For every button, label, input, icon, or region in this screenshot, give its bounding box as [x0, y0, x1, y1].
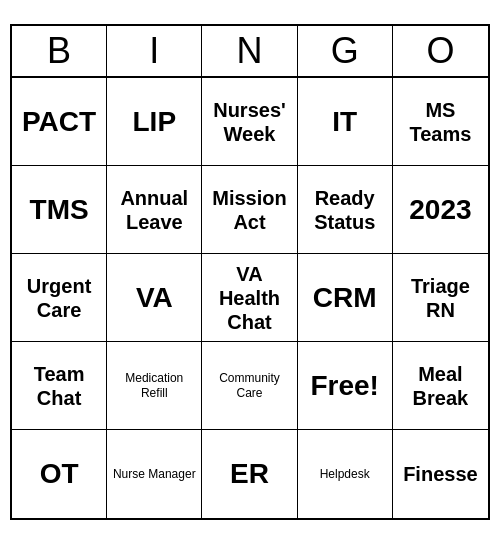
cell-text-0: PACT	[22, 105, 96, 139]
cell-text-19: Meal Break	[397, 362, 484, 410]
cell-text-24: Finesse	[403, 462, 477, 486]
bingo-cell-11[interactable]: VA	[107, 254, 202, 342]
header-letter-o: O	[393, 26, 488, 76]
bingo-cell-18[interactable]: Free!	[298, 342, 393, 430]
cell-text-8: Ready Status	[302, 186, 388, 234]
cell-text-1: LIP	[133, 105, 177, 139]
cell-text-14: Triage RN	[397, 274, 484, 322]
bingo-cell-20[interactable]: OT	[12, 430, 107, 518]
cell-text-7: Mission Act	[206, 186, 292, 234]
bingo-cell-9[interactable]: 2023	[393, 166, 488, 254]
header-letter-g: G	[298, 26, 393, 76]
bingo-cell-0[interactable]: PACT	[12, 78, 107, 166]
bingo-cell-21[interactable]: Nurse Manager	[107, 430, 202, 518]
bingo-cell-12[interactable]: VA Health Chat	[202, 254, 297, 342]
bingo-cell-5[interactable]: TMS	[12, 166, 107, 254]
bingo-cell-23[interactable]: Helpdesk	[298, 430, 393, 518]
bingo-cell-8[interactable]: Ready Status	[298, 166, 393, 254]
bingo-cell-16[interactable]: Medication Refill	[107, 342, 202, 430]
cell-text-13: CRM	[313, 281, 377, 315]
cell-text-3: IT	[332, 105, 357, 139]
cell-text-12: VA Health Chat	[206, 262, 292, 334]
bingo-cell-4[interactable]: MS Teams	[393, 78, 488, 166]
cell-text-15: Team Chat	[16, 362, 102, 410]
cell-text-21: Nurse Manager	[113, 467, 196, 481]
cell-text-16: Medication Refill	[111, 371, 197, 400]
cell-text-18: Free!	[310, 369, 378, 403]
bingo-cell-17[interactable]: Community Care	[202, 342, 297, 430]
bingo-header: BINGO	[12, 26, 488, 78]
bingo-cell-15[interactable]: Team Chat	[12, 342, 107, 430]
bingo-cell-14[interactable]: Triage RN	[393, 254, 488, 342]
bingo-cell-7[interactable]: Mission Act	[202, 166, 297, 254]
cell-text-5: TMS	[30, 193, 89, 227]
cell-text-9: 2023	[409, 193, 471, 227]
cell-text-11: VA	[136, 281, 173, 315]
bingo-cell-22[interactable]: ER	[202, 430, 297, 518]
bingo-cell-6[interactable]: Annual Leave	[107, 166, 202, 254]
header-letter-n: N	[202, 26, 297, 76]
cell-text-4: MS Teams	[397, 98, 484, 146]
bingo-cell-1[interactable]: LIP	[107, 78, 202, 166]
bingo-cell-24[interactable]: Finesse	[393, 430, 488, 518]
cell-text-20: OT	[40, 457, 79, 491]
bingo-cell-3[interactable]: IT	[298, 78, 393, 166]
cell-text-17: Community Care	[206, 371, 292, 400]
header-letter-i: I	[107, 26, 202, 76]
cell-text-10: Urgent Care	[16, 274, 102, 322]
cell-text-23: Helpdesk	[320, 467, 370, 481]
bingo-card: BINGO PACTLIPNurses' WeekITMS TeamsTMSAn…	[10, 24, 490, 520]
cell-text-22: ER	[230, 457, 269, 491]
cell-text-6: Annual Leave	[111, 186, 197, 234]
bingo-cell-13[interactable]: CRM	[298, 254, 393, 342]
bingo-grid: PACTLIPNurses' WeekITMS TeamsTMSAnnual L…	[12, 78, 488, 518]
bingo-cell-19[interactable]: Meal Break	[393, 342, 488, 430]
cell-text-2: Nurses' Week	[206, 98, 292, 146]
header-letter-b: B	[12, 26, 107, 76]
bingo-cell-10[interactable]: Urgent Care	[12, 254, 107, 342]
bingo-cell-2[interactable]: Nurses' Week	[202, 78, 297, 166]
